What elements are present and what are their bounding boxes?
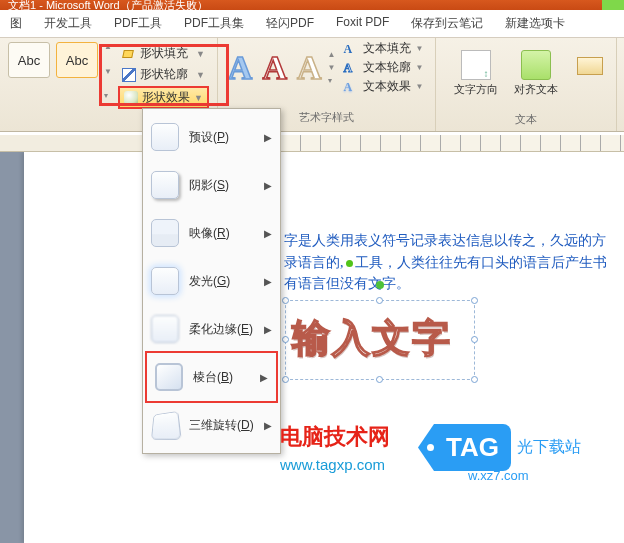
shadow-icon <box>151 171 179 199</box>
shape-fill-group: 形状填充 ▼ 形状轮廓 ▼ 形状效果 ▼ <box>118 42 209 109</box>
text-fx-group: A 文本填充 ▼ A 文本轮廓 ▼ A 文本效果 ▼ <box>339 38 427 97</box>
window-title: 文档1 - Microsoft Word（产品激活失败） <box>8 0 208 13</box>
tab-new[interactable]: 新建选项卡 <box>501 13 569 34</box>
ribbon: Abc Abc ▲ ▼ ▾ 形状填充 ▼ 形状轮廓 ▼ 形状效果 ▼ <box>0 38 624 132</box>
menu-glow[interactable]: 发光(G) ▶ <box>143 257 280 305</box>
document-text[interactable]: 字是人类用表义符号记录表达信息以传之，久远的方 录语言的,工具，人类往往先有口头… <box>284 230 624 295</box>
chevron-down-icon: ▼ <box>196 70 205 80</box>
shape-effects-button[interactable]: 形状效果 ▼ <box>118 86 209 109</box>
tab-highlight <box>602 0 624 10</box>
submenu-arrow-icon: ▶ <box>264 228 272 239</box>
menu-preset[interactable]: 预设(P) ▶ <box>143 113 280 161</box>
tab-pdf1[interactable]: PDF工具 <box>110 13 166 34</box>
text-fill-icon: A <box>343 42 359 56</box>
bevel-icon <box>155 363 183 391</box>
resize-handle[interactable] <box>376 376 383 383</box>
resize-handle[interactable] <box>471 336 478 343</box>
tab-dev[interactable]: 开发工具 <box>40 13 96 34</box>
rotation3d-icon <box>151 411 182 440</box>
wordart-gallery[interactable]: A A A <box>226 45 324 91</box>
resize-handle[interactable] <box>282 297 289 304</box>
shape-fill-label: 形状填充 <box>140 45 188 62</box>
glow-icon <box>151 267 179 295</box>
chevron-down-icon: ▼ <box>415 63 423 72</box>
menu-bevel[interactable]: 棱台(B) ▶ <box>145 351 278 403</box>
effects-icon <box>124 91 138 105</box>
watermark: 电脑技术网 www.tagxp.com <box>280 422 390 473</box>
group-label-text: 文本 <box>515 112 537 127</box>
tab-foxit[interactable]: Foxit PDF <box>332 13 393 34</box>
chevron-down-icon: ▼ <box>194 93 203 103</box>
gallery-down-icon[interactable]: ▼ <box>104 67 112 76</box>
submenu-arrow-icon: ▶ <box>264 420 272 431</box>
shape-outline-button[interactable]: 形状轮廓 ▼ <box>118 65 209 84</box>
text-effects-button[interactable]: A 文本效果 ▼ <box>343 78 423 95</box>
submenu-arrow-icon: ▶ <box>264 324 272 335</box>
group-text: 文字方向 对齐文本 文本 <box>436 38 617 131</box>
link-button[interactable] <box>568 46 604 101</box>
tab-cloud[interactable]: 保存到云笔记 <box>407 13 487 34</box>
text-outline-button[interactable]: A 文本轮廓 ▼ <box>343 59 423 76</box>
shape-effects-menu: 预设(P) ▶ 阴影(S) ▶ 映像(R) ▶ 发光(G) ▶ 柔化边缘(E) … <box>142 108 281 454</box>
horizontal-ruler <box>0 135 624 152</box>
reflection-icon <box>151 219 179 247</box>
group-label-wordart: 艺术字样式 <box>299 110 354 125</box>
chevron-down-icon: ▼ <box>415 44 423 53</box>
shape-style-gallery[interactable]: Abc Abc <box>8 42 98 78</box>
resize-handle[interactable] <box>471 297 478 304</box>
align-text-icon <box>521 50 551 80</box>
chevron-down-icon: ▼ <box>415 82 423 91</box>
shape-style-2[interactable]: Abc <box>56 42 98 78</box>
shape-effects-label: 形状效果 <box>142 89 190 106</box>
text-outline-icon: A <box>343 61 359 75</box>
submenu-arrow-icon: ▶ <box>264 276 272 287</box>
text-effects-icon: A <box>343 80 359 94</box>
text-direction-icon <box>461 50 491 80</box>
rotation-handle[interactable] <box>376 281 384 289</box>
gallery-more-icon[interactable]: ▾ <box>328 76 336 85</box>
align-text-button[interactable]: 对齐文本 <box>508 46 564 101</box>
paint-bucket-icon <box>122 48 136 60</box>
title-bar: 文档1 - Microsoft Word（产品激活失败） <box>0 0 624 10</box>
pen-outline-icon <box>122 68 136 82</box>
text-line-3: 有语言但没有文字。 <box>284 273 624 295</box>
gallery-more-icon[interactable]: ▾ <box>104 91 112 100</box>
resize-handle[interactable] <box>282 336 289 343</box>
anchor-dot-icon <box>346 260 353 267</box>
text-line-1: 字是人类用表义符号记录表达信息以传之，久远的方 <box>284 230 624 252</box>
submenu-arrow-icon: ▶ <box>264 180 272 191</box>
site-url: w.xz7.com <box>468 468 529 483</box>
tab-pdf2[interactable]: PDF工具集 <box>180 13 248 34</box>
menu-reflection[interactable]: 映像(R) ▶ <box>143 209 280 257</box>
watermark-url: www.tagxp.com <box>280 456 390 473</box>
ribbon-tabs: 图 开发工具 PDF工具 PDF工具集 轻闪PDF Foxit PDF 保存到云… <box>0 10 624 38</box>
text-direction-button[interactable]: 文字方向 <box>448 46 504 101</box>
wordart-style-2[interactable]: A <box>262 49 287 87</box>
resize-handle[interactable] <box>282 376 289 383</box>
resize-handle[interactable] <box>376 297 383 304</box>
wordart-selection-box[interactable]: 输入文字 <box>285 300 475 380</box>
text-fill-button[interactable]: A 文本填充 ▼ <box>343 40 423 57</box>
tag-watermark: TAG 光下载站 <box>434 424 581 471</box>
text-line-2: 录语言的,工具，人类往往先有口头的语言后产生书 <box>284 252 624 274</box>
menu-softedge[interactable]: 柔化边缘(E) ▶ <box>143 305 280 353</box>
tab-view[interactable]: 图 <box>6 13 26 34</box>
shape-style-1[interactable]: Abc <box>8 42 50 78</box>
menu-3drotation[interactable]: 三维旋转(D) ▶ <box>143 401 280 449</box>
wordart-style-1[interactable]: A <box>228 49 253 87</box>
softedge-icon <box>151 315 179 343</box>
wordart-placeholder-text[interactable]: 输入文字 <box>286 301 474 376</box>
resize-handle[interactable] <box>471 376 478 383</box>
gallery-down-icon[interactable]: ▼ <box>328 63 336 72</box>
wordart-style-3[interactable]: A <box>297 49 322 87</box>
submenu-arrow-icon: ▶ <box>264 132 272 143</box>
preset-icon <box>151 123 179 151</box>
gallery-up-icon[interactable]: ▲ <box>328 50 336 59</box>
tag-badge-box: TAG <box>434 424 511 471</box>
gallery-up-icon[interactable]: ▲ <box>104 42 112 51</box>
shape-fill-button[interactable]: 形状填充 ▼ <box>118 44 209 63</box>
watermark-title: 电脑技术网 <box>280 422 390 452</box>
submenu-arrow-icon: ▶ <box>260 372 268 383</box>
menu-shadow[interactable]: 阴影(S) ▶ <box>143 161 280 209</box>
tab-pdf3[interactable]: 轻闪PDF <box>262 13 318 34</box>
